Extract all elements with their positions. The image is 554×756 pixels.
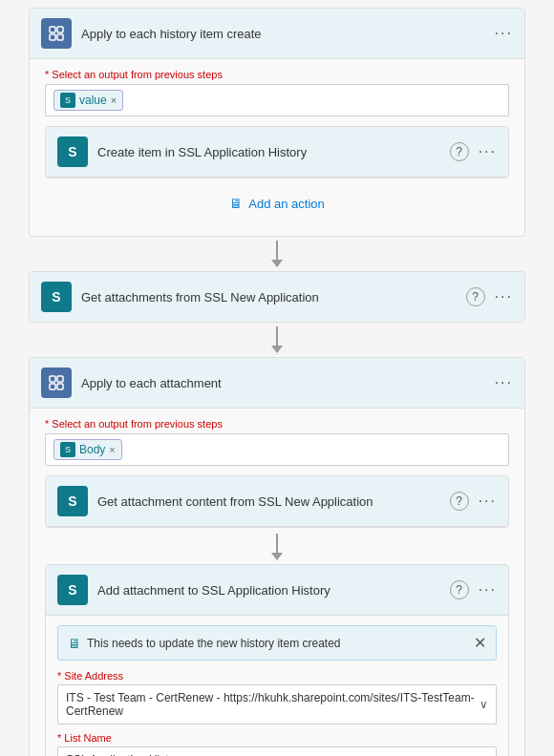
site-address-select[interactable]: ITS - Test Team - CertRenew - https://hk… [57,684,497,724]
loop-create-body: * Select an output from previous steps S… [30,59,524,236]
get-attachments-actions: ? ··· [466,287,513,306]
create-item-actions: ? ··· [450,142,497,161]
svg-rect-2 [50,34,55,40]
get-attachments-card: S Get attachments from SSL New Applicati… [29,271,525,323]
svg-rect-6 [50,384,55,389]
create-item-header: S Create item in SSL Application History… [46,127,508,178]
loop-attachment-more-button[interactable]: ··· [495,374,513,391]
get-content-header: S Get attachment content from SSL New Ap… [46,476,508,527]
add-action-icon: 🖥 [229,196,243,211]
site-address-value: ITS - Test Team - CertRenew - https://hk… [66,691,479,718]
svg-rect-0 [50,27,55,32]
loop-create-icon [41,18,72,49]
loop-create-title: Apply to each history item create [81,27,495,41]
info-box-close[interactable]: ✕ [474,634,486,652]
loop-create-token-field: S value × [45,84,509,116]
loop-attachment-card: Apply to each attachment ··· * Select an… [29,357,525,756]
arrow-inner-head [271,553,283,560]
arrow-2-head [271,346,283,353]
get-content-icon: S [57,486,88,516]
add-attachment-card: S Add attachment to SSL Application Hist… [45,564,509,756]
arrow-1 [271,241,283,267]
arrow-inner [45,534,509,560]
info-box-label: This needs to update the new history ite… [87,637,340,650]
loop-attachment-token-label: Body [79,443,105,456]
create-item-help-button[interactable]: ? [450,142,469,161]
info-box-text: 🖥 This needs to update the new history i… [68,636,340,651]
create-item-icon: S [57,136,88,167]
add-attachment-more-button[interactable]: ··· [479,581,497,598]
loop-attachment-header: Apply to each attachment ··· [30,358,524,409]
add-attachment-help-button[interactable]: ? [450,580,469,599]
site-address-label: * Site Address [57,670,497,682]
loop-attachment-token-close[interactable]: × [109,444,115,455]
create-item-title: Create item in SSL Application History [97,145,450,159]
list-name-select[interactable]: SSL Application History ∨ [57,746,497,756]
site-address-field: * Site Address ITS - Test Team - CertRen… [57,670,497,724]
loop-attachment-title: Apply to each attachment [81,376,495,390]
loop-attachment-token-field: S Body × [45,433,509,466]
get-attachments-more-button[interactable]: ··· [495,288,513,305]
loop-create-token-label: value [79,94,107,107]
get-attachments-header: S Get attachments from SSL New Applicati… [30,272,524,322]
add-attachment-info-box: 🖥 This needs to update the new history i… [57,625,497,661]
loop-create-token: S value × [53,90,123,111]
get-attachments-help-button[interactable]: ? [466,287,485,306]
svg-rect-5 [57,376,63,382]
arrow-inner-line [276,534,278,553]
get-content-more-button[interactable]: ··· [479,493,497,510]
list-name-label: * List Name [57,732,497,744]
list-name-field: * List Name SSL Application History ∨ [57,732,497,756]
loop-create-header: Apply to each history item create ··· [30,9,524,59]
site-address-chevron-icon: ∨ [479,698,488,711]
arrow-1-head [271,260,283,267]
add-attachment-icon: S [57,575,88,605]
loop-attachment-token: S Body × [53,439,122,460]
create-item-card: S Create item in SSL Application History… [45,126,509,178]
arrow-1-line [276,241,278,260]
get-content-title: Get attachment content from SSL New Appl… [97,494,450,509]
svg-rect-7 [57,384,63,389]
info-icon: 🖥 [68,636,81,651]
add-action-button[interactable]: 🖥 Add an action [45,184,509,222]
add-attachment-header: S Add attachment to SSL Application Hist… [46,565,508,616]
get-content-help-button[interactable]: ? [450,492,469,511]
loop-create-select-label: * Select an output from previous steps [45,69,509,80]
loop-create-token-close[interactable]: × [111,94,117,106]
loop-attachment-token-icon: S [60,442,75,457]
svg-rect-4 [50,376,55,382]
get-content-actions: ? ··· [450,492,497,511]
arrow-2-line [276,326,278,346]
loop-create-card: Apply to each history item create ··· * … [29,8,525,237]
loop-attachment-icon [41,368,72,398]
loop-create-more-button[interactable]: ··· [495,25,513,42]
add-attachment-body: 🖥 This needs to update the new history i… [46,616,508,756]
add-attachment-actions: ? ··· [450,580,497,599]
add-attachment-title: Add attachment to SSL Application Histor… [97,583,450,598]
get-content-card: S Get attachment content from SSL New Ap… [45,475,509,528]
get-attachments-title: Get attachments from SSL New Application [81,290,466,304]
loop-attachment-body: * Select an output from previous steps S… [30,409,524,756]
loop-create-token-icon: S [60,93,75,108]
create-item-more-button[interactable]: ··· [479,143,497,160]
add-action-label: Add an action [248,197,325,211]
loop-attachment-select-label: * Select an output from previous steps [45,418,509,430]
arrow-2 [271,326,283,353]
get-attachments-icon: S [41,282,72,312]
svg-rect-1 [57,27,63,32]
svg-rect-3 [57,34,63,40]
